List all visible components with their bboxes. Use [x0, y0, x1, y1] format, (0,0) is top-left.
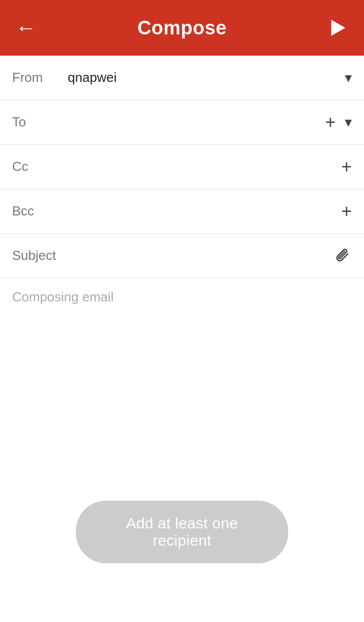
add-recipient-button[interactable]: Add at least one recipient: [76, 501, 288, 563]
bcc-row: Bcc +: [0, 189, 364, 234]
bcc-add-icon[interactable]: +: [341, 202, 352, 220]
compose-form: From qnapwei ▾ To + ▾ Cc + Bcc + Subject: [0, 56, 364, 278]
cc-label: Cc: [12, 159, 68, 174]
bottom-action-area: Add at least one recipient: [0, 470, 364, 584]
attach-button[interactable]: [334, 247, 352, 265]
subject-input[interactable]: [68, 248, 334, 263]
page-title: Compose: [138, 17, 227, 39]
send-icon: [331, 20, 345, 36]
bcc-label: Bcc: [12, 203, 68, 219]
body-placeholder: Composing email: [12, 289, 352, 305]
app-header: Compose: [0, 0, 364, 56]
to-row: To + ▾: [0, 100, 364, 145]
to-label: To: [12, 114, 68, 130]
from-chevron-icon[interactable]: ▾: [345, 69, 352, 86]
subject-row: Subject: [0, 234, 364, 278]
from-value: qnapwei: [68, 70, 345, 85]
to-input[interactable]: [68, 114, 325, 130]
send-button[interactable]: [328, 17, 349, 38]
email-body[interactable]: Composing email: [0, 278, 364, 470]
paperclip-icon: [334, 247, 352, 265]
cc-add-icon[interactable]: +: [341, 158, 352, 176]
subject-label: Subject: [12, 248, 68, 263]
from-label: From: [12, 70, 68, 85]
cc-input[interactable]: [68, 159, 341, 174]
to-add-icon[interactable]: +: [325, 113, 336, 131]
bcc-input[interactable]: [68, 203, 341, 219]
from-row: From qnapwei ▾: [0, 56, 364, 100]
to-chevron-icon[interactable]: ▾: [345, 114, 352, 130]
back-button[interactable]: [15, 16, 36, 40]
cc-row: Cc +: [0, 145, 364, 189]
